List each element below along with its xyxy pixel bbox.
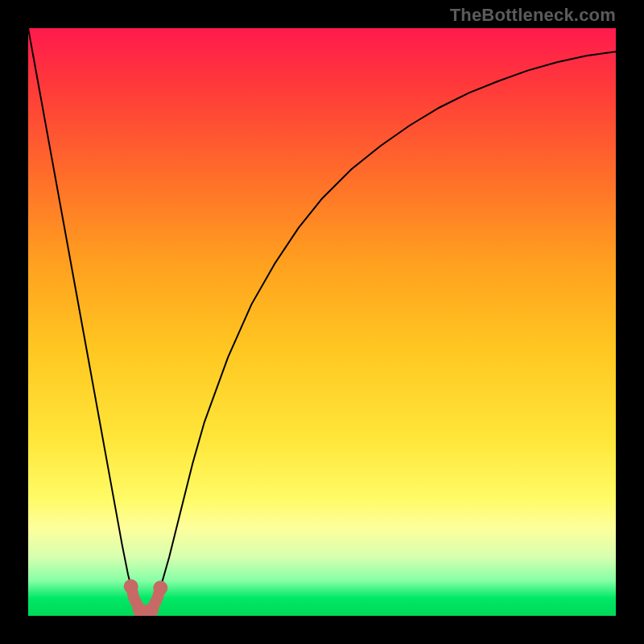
watermark-text: TheBottleneck.com [450, 5, 616, 26]
curve-path [28, 28, 616, 616]
marker-dot [153, 580, 167, 595]
chart-frame: TheBottleneck.com [0, 0, 644, 644]
plot-area [28, 28, 616, 616]
bottleneck-curve [28, 28, 616, 616]
marker-dot [124, 580, 138, 594]
optimum-marker [124, 580, 168, 617]
